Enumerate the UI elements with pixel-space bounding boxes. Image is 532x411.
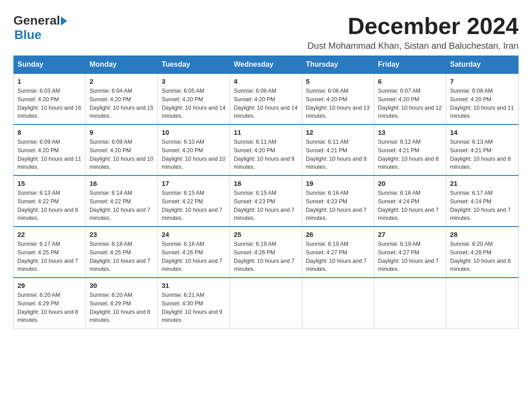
day-info: Sunrise: 6:13 AMSunset: 4:21 PMDaylight:… bbox=[450, 138, 515, 171]
day-info: Sunrise: 6:09 AMSunset: 4:20 PMDaylight:… bbox=[17, 138, 82, 171]
day-info: Sunrise: 6:11 AMSunset: 4:21 PMDaylight:… bbox=[306, 138, 370, 171]
day-number: 21 bbox=[450, 180, 515, 187]
day-number: 9 bbox=[90, 128, 154, 136]
day-info: Sunrise: 6:09 AMSunset: 4:20 PMDaylight:… bbox=[90, 138, 154, 171]
calendar-body: 1Sunrise: 6:03 AMSunset: 4:20 PMDaylight… bbox=[14, 73, 519, 329]
logo-arrow-icon bbox=[61, 17, 67, 26]
day-number: 19 bbox=[306, 180, 370, 187]
calendar-cell: 9Sunrise: 6:09 AMSunset: 4:20 PMDaylight… bbox=[86, 124, 158, 176]
day-number: 8 bbox=[17, 128, 82, 136]
calendar-cell: 2Sunrise: 6:04 AMSunset: 4:20 PMDaylight… bbox=[86, 73, 158, 124]
calendar-cell: 17Sunrise: 6:15 AMSunset: 4:22 PMDayligh… bbox=[158, 176, 230, 227]
day-info: Sunrise: 6:15 AMSunset: 4:23 PMDaylight:… bbox=[234, 189, 298, 223]
calendar-cell: 25Sunrise: 6:19 AMSunset: 4:26 PMDayligh… bbox=[230, 227, 302, 278]
day-number: 13 bbox=[378, 128, 442, 136]
calendar-cell: 18Sunrise: 6:15 AMSunset: 4:23 PMDayligh… bbox=[230, 176, 302, 227]
calendar-cell: 8Sunrise: 6:09 AMSunset: 4:20 PMDaylight… bbox=[14, 124, 86, 176]
day-number: 29 bbox=[17, 282, 82, 289]
day-number: 24 bbox=[162, 231, 226, 238]
day-info: Sunrise: 6:17 AMSunset: 4:24 PMDaylight:… bbox=[450, 189, 515, 223]
day-number: 15 bbox=[17, 180, 82, 187]
day-number: 10 bbox=[162, 128, 226, 136]
page-header: General Blue December 2024 Dust Mohammad… bbox=[13, 13, 519, 51]
day-number: 16 bbox=[90, 180, 154, 187]
day-number: 6 bbox=[378, 77, 442, 85]
logo-general-text: General bbox=[13, 13, 60, 28]
weekday-header-saturday: Saturday bbox=[446, 56, 519, 74]
calendar-cell bbox=[446, 278, 519, 329]
day-number: 22 bbox=[17, 231, 82, 238]
calendar-cell: 16Sunrise: 6:14 AMSunset: 4:22 PMDayligh… bbox=[86, 176, 158, 227]
calendar-cell: 14Sunrise: 6:13 AMSunset: 4:21 PMDayligh… bbox=[446, 124, 519, 176]
day-info: Sunrise: 6:05 AMSunset: 4:20 PMDaylight:… bbox=[162, 87, 226, 120]
calendar-cell: 28Sunrise: 6:20 AMSunset: 4:28 PMDayligh… bbox=[446, 227, 519, 278]
day-number: 17 bbox=[162, 180, 226, 187]
day-info: Sunrise: 6:19 AMSunset: 4:27 PMDaylight:… bbox=[306, 240, 370, 274]
day-number: 30 bbox=[90, 282, 154, 289]
calendar-week-4: 22Sunrise: 6:17 AMSunset: 4:25 PMDayligh… bbox=[14, 227, 519, 278]
calendar-cell: 12Sunrise: 6:11 AMSunset: 4:21 PMDayligh… bbox=[302, 124, 374, 176]
day-info: Sunrise: 6:18 AMSunset: 4:26 PMDaylight:… bbox=[162, 240, 226, 274]
day-number: 25 bbox=[234, 231, 298, 238]
calendar-cell: 27Sunrise: 6:19 AMSunset: 4:27 PMDayligh… bbox=[374, 227, 446, 278]
calendar-cell: 30Sunrise: 6:20 AMSunset: 4:29 PMDayligh… bbox=[86, 278, 158, 329]
title-section: December 2024 Dust Mohammad Khan, Sistan… bbox=[308, 13, 519, 51]
calendar-cell: 10Sunrise: 6:10 AMSunset: 4:20 PMDayligh… bbox=[158, 124, 230, 176]
calendar-cell: 20Sunrise: 6:16 AMSunset: 4:24 PMDayligh… bbox=[374, 176, 446, 227]
calendar-cell: 31Sunrise: 6:21 AMSunset: 4:30 PMDayligh… bbox=[158, 278, 230, 329]
calendar-cell: 22Sunrise: 6:17 AMSunset: 4:25 PMDayligh… bbox=[14, 227, 86, 278]
day-number: 23 bbox=[90, 231, 154, 238]
weekday-header-friday: Friday bbox=[374, 56, 446, 74]
day-info: Sunrise: 6:20 AMSunset: 4:28 PMDaylight:… bbox=[450, 240, 515, 274]
day-info: Sunrise: 6:15 AMSunset: 4:22 PMDaylight:… bbox=[162, 189, 226, 223]
calendar-cell: 4Sunrise: 6:06 AMSunset: 4:20 PMDaylight… bbox=[230, 73, 302, 124]
day-number: 12 bbox=[306, 128, 370, 136]
day-number: 3 bbox=[162, 77, 226, 85]
day-info: Sunrise: 6:11 AMSunset: 4:20 PMDaylight:… bbox=[234, 138, 298, 171]
weekday-header-wednesday: Wednesday bbox=[230, 56, 302, 74]
calendar-cell bbox=[374, 278, 446, 329]
calendar-cell: 23Sunrise: 6:18 AMSunset: 4:25 PMDayligh… bbox=[86, 227, 158, 278]
weekday-header-sunday: Sunday bbox=[14, 56, 86, 74]
day-number: 11 bbox=[234, 128, 298, 136]
day-number: 18 bbox=[234, 180, 298, 187]
day-number: 28 bbox=[450, 231, 515, 238]
day-number: 27 bbox=[378, 231, 442, 238]
day-number: 5 bbox=[306, 77, 370, 85]
day-info: Sunrise: 6:18 AMSunset: 4:25 PMDaylight:… bbox=[90, 240, 154, 274]
calendar-cell: 29Sunrise: 6:20 AMSunset: 4:29 PMDayligh… bbox=[14, 278, 86, 329]
calendar-cell: 7Sunrise: 6:08 AMSunset: 4:20 PMDaylight… bbox=[446, 73, 519, 124]
calendar-cell: 24Sunrise: 6:18 AMSunset: 4:26 PMDayligh… bbox=[158, 227, 230, 278]
day-info: Sunrise: 6:21 AMSunset: 4:30 PMDaylight:… bbox=[162, 291, 226, 325]
day-number: 26 bbox=[306, 231, 370, 238]
location-subtitle: Dust Mohammad Khan, Sistan and Baluchest… bbox=[308, 41, 519, 51]
day-info: Sunrise: 6:19 AMSunset: 4:27 PMDaylight:… bbox=[378, 240, 442, 274]
day-number: 31 bbox=[162, 282, 226, 289]
day-number: 14 bbox=[450, 128, 515, 136]
calendar-week-3: 15Sunrise: 6:13 AMSunset: 4:22 PMDayligh… bbox=[14, 176, 519, 227]
calendar-cell bbox=[230, 278, 302, 329]
calendar-header: SundayMondayTuesdayWednesdayThursdayFrid… bbox=[14, 56, 519, 74]
calendar-week-2: 8Sunrise: 6:09 AMSunset: 4:20 PMDaylight… bbox=[14, 124, 519, 176]
day-info: Sunrise: 6:06 AMSunset: 4:20 PMDaylight:… bbox=[234, 87, 298, 120]
calendar-cell: 11Sunrise: 6:11 AMSunset: 4:20 PMDayligh… bbox=[230, 124, 302, 176]
calendar-table: SundayMondayTuesdayWednesdayThursdayFrid… bbox=[13, 56, 519, 329]
day-info: Sunrise: 6:14 AMSunset: 4:22 PMDaylight:… bbox=[90, 189, 154, 223]
day-number: 4 bbox=[234, 77, 298, 85]
logo-blue-text: Blue bbox=[14, 28, 67, 42]
weekday-header-tuesday: Tuesday bbox=[158, 56, 230, 74]
calendar-cell: 26Sunrise: 6:19 AMSunset: 4:27 PMDayligh… bbox=[302, 227, 374, 278]
day-info: Sunrise: 6:08 AMSunset: 4:20 PMDaylight:… bbox=[450, 87, 515, 120]
day-info: Sunrise: 6:07 AMSunset: 4:20 PMDaylight:… bbox=[378, 87, 442, 120]
day-info: Sunrise: 6:03 AMSunset: 4:20 PMDaylight:… bbox=[17, 87, 82, 120]
weekday-header-row: SundayMondayTuesdayWednesdayThursdayFrid… bbox=[14, 56, 519, 74]
calendar-cell: 19Sunrise: 6:16 AMSunset: 4:23 PMDayligh… bbox=[302, 176, 374, 227]
day-info: Sunrise: 6:16 AMSunset: 4:23 PMDaylight:… bbox=[306, 189, 370, 223]
day-info: Sunrise: 6:20 AMSunset: 4:29 PMDaylight:… bbox=[17, 291, 82, 325]
day-number: 2 bbox=[90, 77, 154, 85]
weekday-header-thursday: Thursday bbox=[302, 56, 374, 74]
calendar-cell bbox=[302, 278, 374, 329]
day-info: Sunrise: 6:06 AMSunset: 4:20 PMDaylight:… bbox=[306, 87, 370, 120]
logo: General Blue bbox=[13, 13, 67, 42]
day-info: Sunrise: 6:20 AMSunset: 4:29 PMDaylight:… bbox=[90, 291, 154, 325]
